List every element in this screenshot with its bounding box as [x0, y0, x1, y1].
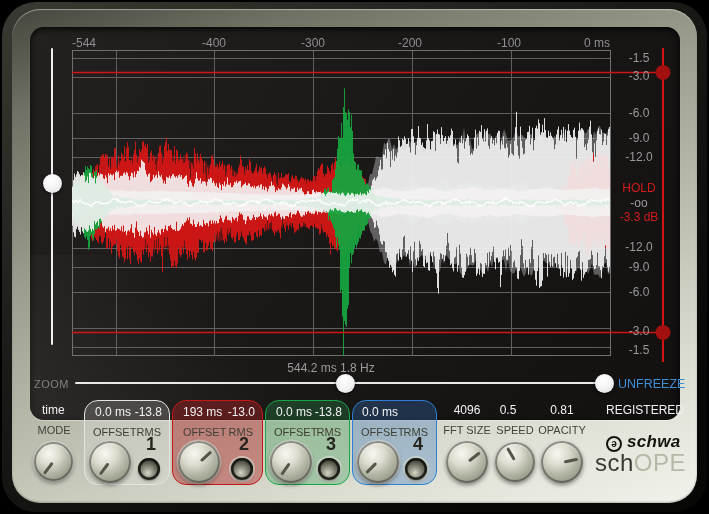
rms-knob-3[interactable]: [318, 458, 340, 480]
amplitude-slider-track[interactable]: [51, 48, 53, 345]
offset-label-3: OFFSET: [274, 426, 317, 438]
plugin-name-ope: OPE: [634, 449, 686, 476]
time-axis-tick: -300: [301, 36, 325, 50]
db-label: -6.0: [616, 285, 662, 299]
offset-knob-4[interactable]: [357, 441, 399, 483]
plugin-name-sch: sch: [595, 449, 634, 476]
db-label: -3.0: [616, 324, 662, 338]
hold-infinity-label: -oo: [616, 196, 662, 210]
hold-value: -3.3 dB: [616, 210, 662, 224]
hold-label[interactable]: HOLD: [616, 181, 662, 195]
offset-value-2: 193 ms: [183, 405, 222, 419]
offset-knob-3[interactable]: [270, 441, 312, 483]
knob-pointer: [537, 437, 587, 487]
opacity-label: OPACITY: [532, 424, 592, 436]
channel-strip-1: 0.0 ms -13.8 OFFSET RMS 1: [84, 400, 170, 485]
knob-pointer: [169, 432, 228, 491]
opacity-knob[interactable]: [541, 441, 583, 483]
offset-value-3: 0.0 ms: [276, 405, 312, 419]
mode-label: MODE: [34, 424, 74, 436]
unfreeze-button[interactable]: UNFREEZE: [618, 377, 685, 391]
offset-knob-2[interactable]: [178, 441, 220, 483]
db-label: -1.5: [616, 343, 662, 357]
zoom-slider-thumb-left[interactable]: [336, 374, 355, 393]
time-axis-tick: 0 ms: [584, 36, 610, 50]
rms-value-2: -13.0: [228, 405, 255, 419]
mode-value: time: [42, 403, 65, 417]
time-axis-tick: -400: [202, 36, 226, 50]
db-label: -12.0: [616, 240, 662, 254]
channel-number-3: 3: [326, 434, 336, 455]
knob-pointer: [81, 433, 140, 492]
time-axis-tick: -100: [497, 36, 521, 50]
rms-knob-4[interactable]: [405, 458, 427, 480]
fft-size-knob[interactable]: [446, 441, 488, 483]
registered-badge: REGISTERED: [606, 403, 674, 417]
zoom-slider-thumb-right[interactable]: [595, 374, 614, 393]
db-label: -12.0: [616, 150, 662, 164]
mode-knob[interactable]: [34, 442, 73, 481]
channel-number-1: 1: [146, 434, 156, 455]
channel-strip-4: 0.0 ms OFFSET RMS 4: [352, 400, 437, 485]
zoom-label: ZOOM: [34, 378, 69, 390]
channel-strip-2: 193 ms -13.0 OFFSET RMS 2: [172, 400, 263, 485]
db-label: -9.0: [616, 260, 662, 274]
plugin-window: -544 -400 -300 -200 -100 0 ms -1.5 -3.0 …: [0, 0, 709, 514]
plugin-name: schOPE: [595, 449, 686, 477]
speed-knob[interactable]: [495, 442, 535, 482]
offset-value-1: 0.0 ms: [95, 405, 131, 419]
speed-value: 0.5: [488, 403, 528, 417]
opacity-value: 0.81: [542, 403, 582, 417]
channel-number-4: 4: [413, 434, 423, 455]
channel-number-2: 2: [239, 434, 249, 455]
channel-strip-3: 0.0 ms -13.8 OFFSET RMS 3: [265, 400, 350, 485]
rms-value-3: -13.8: [315, 405, 342, 419]
offset-knob-1[interactable]: [89, 441, 131, 483]
amplitude-slider-thumb[interactable]: [43, 174, 62, 193]
window-readout: 544.2 ms 1.8 Hz: [287, 361, 374, 375]
time-axis-tick: -544: [72, 36, 96, 50]
rms-knob-2[interactable]: [231, 458, 253, 480]
time-axis-tick: -200: [398, 36, 422, 50]
db-label: -3.0: [616, 69, 662, 83]
rms-knob-1[interactable]: [138, 458, 160, 480]
offset-label-1: OFFSET: [93, 426, 136, 438]
offset-value-4: 0.0 ms: [362, 405, 398, 419]
rms-value-1: -13.8: [135, 405, 162, 419]
db-label: -9.0: [616, 131, 662, 145]
knob-pointer: [262, 433, 320, 491]
db-label: -6.0: [616, 106, 662, 120]
fft-size-value: 4096: [447, 403, 487, 417]
db-label: -1.5: [616, 51, 662, 65]
